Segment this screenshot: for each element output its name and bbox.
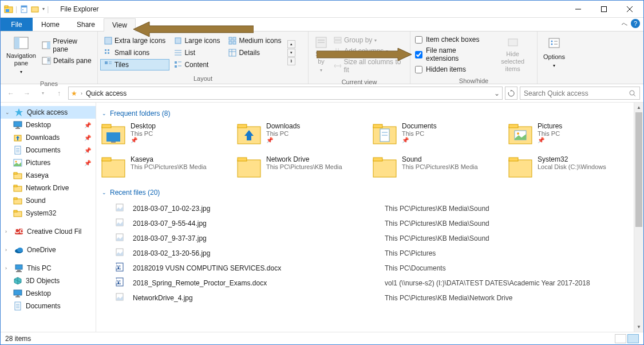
sidebar-item-pictures[interactable]: Pictures📌: [1, 156, 96, 169]
frequent-folders-header[interactable]: ⌄ Frequent folders (8): [101, 107, 643, 122]
file-row[interactable]: 2018-03-07_9-55-44.jpg This PC\Pictures\…: [114, 216, 643, 231]
sidebar-item-network-drive[interactable]: Network Drive: [1, 182, 96, 194]
sidebar-item-downloads[interactable]: Downloads📌: [1, 131, 96, 144]
tab-view[interactable]: View: [104, 18, 136, 32]
file-row[interactable]: W 20182019 VUSN COMPUTING SERVICES.docx …: [114, 261, 643, 276]
file-row[interactable]: 2018-03-02_13-20-56.jpg This PC\Pictures: [114, 246, 643, 261]
minimize-ribbon-icon[interactable]: へ: [622, 20, 627, 28]
folder-tile-network-drive[interactable]: Network Drive This PC\Pictures\KB Media: [236, 155, 372, 178]
layout-tiles[interactable]: Tiles: [100, 59, 169, 70]
group-label-current-view: Current view: [309, 77, 410, 87]
folder-tile-pictures[interactable]: Pictures This PC 📌: [508, 122, 643, 145]
recent-files-header[interactable]: ⌄ Recent files (20): [101, 186, 643, 201]
file-path: This PC\Pictures\KB Media\Sound: [385, 234, 489, 242]
item-check-boxes-checkbox[interactable]: Item check boxes: [413, 35, 491, 44]
collapse-icon[interactable]: ⌄: [5, 109, 11, 115]
recent-locations-button[interactable]: ▾: [36, 87, 50, 100]
details-pane-button[interactable]: Details pane: [39, 56, 95, 66]
minimize-button[interactable]: [565, 1, 591, 18]
sidebar-item-kaseya[interactable]: Kaseya: [1, 169, 96, 182]
sort-by-button[interactable]: Sort by ▾: [311, 34, 331, 75]
folder-tile-downloads[interactable]: Downloads This PC 📌: [236, 122, 372, 145]
tab-file[interactable]: File: [1, 18, 33, 31]
collapse-icon[interactable]: ⌄: [102, 111, 106, 116]
folder-tile-system32[interactable]: System32 Local Disk (C:)\Windows: [508, 155, 643, 178]
tab-share[interactable]: Share: [68, 18, 104, 31]
sidebar-item-sound[interactable]: Sound: [1, 194, 96, 207]
file-name: 20182019 VUSN COMPUTING SERVICES.docx: [133, 264, 379, 272]
pin-icon: 📌: [84, 147, 91, 154]
expand-icon[interactable]: ›: [5, 247, 11, 253]
group-by-button[interactable]: Group by▾: [331, 35, 408, 45]
folder-tile-kaseya[interactable]: Kaseya This PC\Pictures\KB Media: [101, 155, 236, 178]
expand-icon[interactable]: ›: [5, 265, 11, 271]
folder-tile-sound[interactable]: Sound This PC\Pictures\KB Media: [372, 155, 508, 178]
layout-medium[interactable]: Medium icons: [224, 35, 285, 46]
folder-tile-desktop[interactable]: Desktop This PC 📌: [101, 122, 236, 145]
qat-dropdown-icon[interactable]: ▾: [42, 6, 45, 11]
folder-tile-documents[interactable]: Documents This PC 📌: [372, 122, 508, 145]
address-dropdown-icon[interactable]: ⌄: [494, 89, 500, 97]
file-name-extensions-checkbox[interactable]: File name extensions: [413, 46, 491, 63]
sidebar-item-3d-objects[interactable]: 3D Objects: [1, 275, 96, 287]
layout-expand[interactable]: ⦊: [287, 57, 295, 65]
layout-scroll-down[interactable]: ▾: [287, 49, 295, 57]
details-view-toggle[interactable]: [615, 334, 626, 343]
sidebar-item-system32[interactable]: System32: [1, 207, 96, 219]
search-box[interactable]: [520, 87, 640, 100]
file-row[interactable]: NetworkDrive_4.jpg This PC\Pictures\KB M…: [114, 291, 643, 305]
layout-scroll-up[interactable]: ▴: [287, 40, 295, 48]
layout-small[interactable]: Small icons: [100, 47, 169, 58]
new-folder-icon[interactable]: [31, 5, 40, 14]
navigation-tree[interactable]: ⌄Quick accessDesktop📌Downloads📌Documents…: [1, 103, 96, 332]
preview-pane-button[interactable]: Preview pane: [39, 36, 95, 54]
img-icon: [114, 292, 127, 304]
layout-list[interactable]: List: [170, 47, 224, 58]
hide-selected-button[interactable]: Hide selected items: [491, 34, 535, 74]
close-button[interactable]: [617, 1, 642, 18]
size-columns-button[interactable]: Size all columns to fit: [331, 57, 408, 75]
file-row[interactable]: 2018-03-07_9-37-37.jpg This PC\Pictures\…: [114, 231, 643, 246]
vertical-scrollbar[interactable]: ▲ ▼: [634, 103, 643, 332]
address-bar[interactable]: ★ › Quick access ⌄: [68, 87, 503, 100]
forward-button[interactable]: →: [20, 87, 34, 100]
collapse-icon[interactable]: ⌄: [102, 190, 106, 195]
address-separator[interactable]: ›: [81, 91, 82, 96]
navigation-pane-button[interactable]: Navigation pane ▾: [3, 34, 39, 77]
scroll-thumb[interactable]: [635, 112, 642, 227]
scroll-up-button[interactable]: ▲: [634, 103, 643, 112]
layout-details[interactable]: Details: [224, 47, 285, 58]
tab-home[interactable]: Home: [33, 18, 68, 31]
options-button[interactable]: Options ▾: [540, 34, 568, 72]
hidden-items-checkbox[interactable]: Hidden items: [413, 65, 491, 74]
sidebar-item-desktop[interactable]: Desktop: [1, 287, 96, 300]
sidebar-item-onedrive[interactable]: ›OneDrive: [1, 244, 96, 256]
refresh-button[interactable]: [505, 87, 517, 100]
sidebar-item-documents[interactable]: Documents📌: [1, 144, 96, 156]
layout-large[interactable]: Large icons: [170, 35, 224, 46]
back-button[interactable]: ←: [4, 87, 18, 100]
file-row[interactable]: W 2018_Spring_Remote_Proctor_Exams.docx …: [114, 276, 643, 291]
address-text[interactable]: Quick access: [86, 89, 127, 97]
sidebar-item-desktop[interactable]: Desktop📌: [1, 119, 96, 131]
file-row[interactable]: 2018-03-07_10-02-23.jpg This PC\Pictures…: [114, 201, 643, 216]
content-pane[interactable]: ⌄ Frequent folders (8) Desktop This PC 📌…: [96, 103, 643, 332]
maximize-button[interactable]: [591, 1, 617, 18]
expand-icon[interactable]: ›: [5, 229, 11, 234]
scroll-down-button[interactable]: ▼: [634, 322, 643, 332]
properties-icon[interactable]: [19, 5, 29, 14]
add-columns-button[interactable]: Add columns▾: [331, 46, 408, 56]
sidebar-item-this-pc[interactable]: ›This PC: [1, 262, 96, 275]
help-icon[interactable]: ?: [631, 19, 640, 28]
sidebar-item-creative-cloud-fil[interactable]: ›CcCreative Cloud Fil: [1, 225, 96, 238]
layout-extra-large[interactable]: Extra large icons: [100, 35, 169, 46]
sidebar-item-quick-access[interactable]: ⌄Quick access: [1, 106, 96, 119]
layout-content[interactable]: Content: [170, 59, 224, 70]
svg-rect-79: [14, 210, 17, 212]
sidebar-item-label: Quick access: [27, 108, 68, 116]
sidebar-item-documents[interactable]: Documents: [1, 300, 96, 312]
search-input[interactable]: [524, 89, 629, 97]
tiles-view-toggle[interactable]: [627, 334, 639, 343]
svg-rect-98: [102, 124, 111, 128]
up-button[interactable]: ↑: [52, 87, 66, 100]
